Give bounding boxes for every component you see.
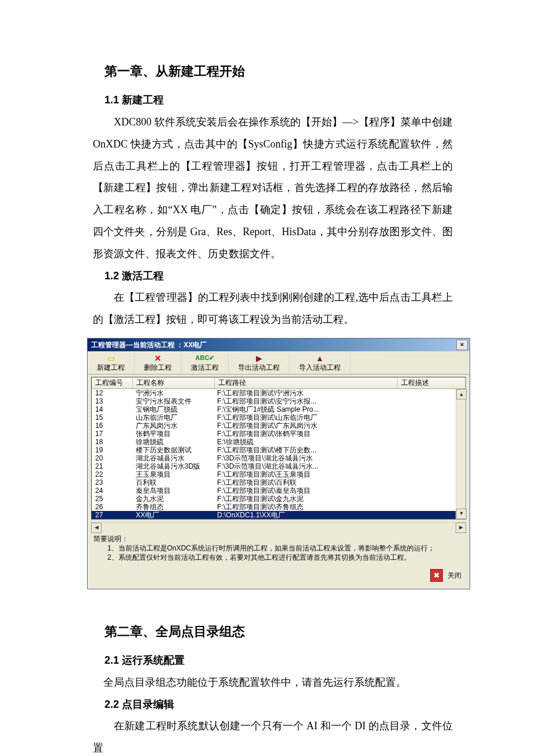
dialog-titlebar[interactable]: 工程管理器---当前活动工程 ：XX电厂 × <box>88 339 470 351</box>
section-1-1-title: 1.1 新建工程 <box>104 89 453 111</box>
delete-icon: ✕ <box>154 354 161 363</box>
table-row[interactable]: 22王玉泉项目F:\工程部项目测试\王玉泉项目 <box>92 470 466 478</box>
new-project-label: 新建工程 <box>97 363 125 372</box>
explain-title: 简要说明： <box>93 534 464 543</box>
col-desc[interactable]: 工程描述 <box>398 377 466 388</box>
import-project-label: 导入活动工程 <box>299 363 341 372</box>
export-icon: ▶ <box>256 354 262 363</box>
project-list[interactable]: 工程编号 工程名称 工程路径 工程描述 12宁洲污水F:\工程部项目测试\宁洲污… <box>91 377 466 519</box>
chapter-1-title: 第一章、从新建工程开始 <box>104 58 453 85</box>
table-row[interactable]: 19楼下历史数据测试F:\工程部项目测试\楼下历史数... <box>92 446 466 454</box>
close-button-icon[interactable]: ✖ <box>430 569 443 582</box>
table-row[interactable]: 15山东临沂电厂F:\工程部项目测试\山东临沂电厂 <box>92 413 466 422</box>
table-row[interactable]: 14宝钢电厂脱硫F:\宝钢电厂1#脱硫 Sample Pro... <box>92 405 466 413</box>
scroll-right-icon[interactable]: ▶ <box>456 523 466 533</box>
table-row[interactable]: 18徐塘脱硫E:\徐塘脱硫 <box>92 438 466 446</box>
table-row[interactable]: 16广东凤岗污水F:\工程部项目测试\广东凤岗污水 <box>92 422 466 430</box>
col-id[interactable]: 工程编号 <box>92 377 133 388</box>
table-row[interactable]: 12宁洲污水F:\工程部项目测试\宁洲污水 <box>92 389 466 397</box>
export-project-button[interactable]: ▶ 导出活动工程 <box>229 352 290 373</box>
activate-icon: ABC✔ <box>196 354 215 363</box>
table-row[interactable]: 24秦皇岛项目F:\工程部项目测试\秦皇岛项目 <box>92 487 466 495</box>
table-row[interactable]: 25金九水泥F:\工程部项目测试\金九水泥 <box>92 495 466 503</box>
new-project-button[interactable]: ▭ 新建工程 <box>88 352 135 373</box>
scroll-down-icon[interactable]: ▼ <box>456 509 467 519</box>
toolbar: ▭ 新建工程 ✕ 删除工程 ABC✔ 激活工程 ▶ 导出活动工程 ▲ 导入活 <box>88 351 470 375</box>
section-2-1-body: 全局点目录组态功能位于系统配置软件中，请首先运行系统配置。 <box>93 672 453 694</box>
explanation-block: 简要说明： 1、当前活动工程是OnXDC系统运行时所调用的工程，如果当前活动工程… <box>93 534 464 562</box>
project-manager-dialog: 工程管理器---当前活动工程 ：XX电厂 × ▭ 新建工程 ✕ 删除工程 ABC… <box>87 338 470 589</box>
scroll-up-icon[interactable]: ▲ <box>456 389 467 399</box>
section-1-1-body: XDC800 软件系统安装后会在操作系统的【开始】—>【程序】菜单中创建 OnX… <box>93 111 453 265</box>
table-row[interactable]: 26齐鲁组态F:\工程部项目测试\齐鲁组态 <box>92 503 466 511</box>
table-row[interactable]: 21湖北谷城县污水3D版F:\3D示范项目\湖北谷城县污水... <box>92 462 466 470</box>
explain-line-2: 2、系统配置仅针对当前活动工程有效，若要对其他工程进行配置请首先将其切换为当前活… <box>93 553 464 562</box>
table-row[interactable]: 27XX电厂D:\OnXDC1.1\XX电厂 <box>92 511 466 519</box>
section-2-2-body: 在新建工程时系统默认创建一个只有一个 AI 和一个 DI 的点目录，文件位置 <box>93 715 453 756</box>
chapter-2-title: 第二章、全局点目录组态 <box>104 618 453 645</box>
section-1-2-body: 在【工程管理器】的工程列表中找到刚刚创建的工程,选中后点击工具栏上的【激活工程】… <box>93 287 453 331</box>
explain-line-1: 1、当前活动工程是OnXDC系统运行时所调用的工程，如果当前活动工程未设置，将影… <box>93 543 464 553</box>
import-icon: ▲ <box>316 354 324 363</box>
activate-project-button[interactable]: ABC✔ 激活工程 <box>182 352 229 373</box>
table-row[interactable]: 13安宁污水报表文件F:\工程部项目测试\安宁污水报... <box>92 397 466 405</box>
horizontal-scrollbar[interactable]: ◀ ▶ <box>91 522 466 532</box>
table-row[interactable]: 20湖北谷城县污水F:\3D示范项目\湖北谷城县污水 <box>92 454 466 462</box>
close-icon[interactable]: × <box>456 340 468 350</box>
vertical-scrollbar[interactable]: ▲ ▼ <box>456 389 466 519</box>
import-project-button[interactable]: ▲ 导入活动工程 <box>290 352 351 373</box>
section-2-1-title: 2.1 运行系统配置 <box>104 650 453 672</box>
table-row[interactable]: 23百利联F:\工程部项目测试\百利联 <box>92 478 466 487</box>
col-path[interactable]: 工程路径 <box>215 377 398 388</box>
delete-project-button[interactable]: ✕ 删除工程 <box>135 352 182 373</box>
delete-project-label: 删除工程 <box>144 363 172 372</box>
list-header: 工程编号 工程名称 工程路径 工程描述 <box>92 377 466 388</box>
new-file-icon: ▭ <box>107 354 115 363</box>
section-1-2-title: 1.2 激活工程 <box>104 265 453 287</box>
col-name[interactable]: 工程名称 <box>133 377 215 388</box>
section-2-2-title: 2.2 点目录编辑 <box>104 694 453 716</box>
dialog-title: 工程管理器---当前活动工程 ：XX电厂 <box>91 341 207 349</box>
table-row[interactable]: 17张鹤平项目F:\工程部项目测试\张鹤平项目 <box>92 430 466 438</box>
export-project-label: 导出活动工程 <box>238 363 280 372</box>
close-button[interactable]: 关闭 <box>448 571 461 579</box>
activate-project-label: 激活工程 <box>191 363 219 372</box>
scroll-track[interactable] <box>102 523 456 532</box>
scroll-left-icon[interactable]: ◀ <box>91 523 102 533</box>
